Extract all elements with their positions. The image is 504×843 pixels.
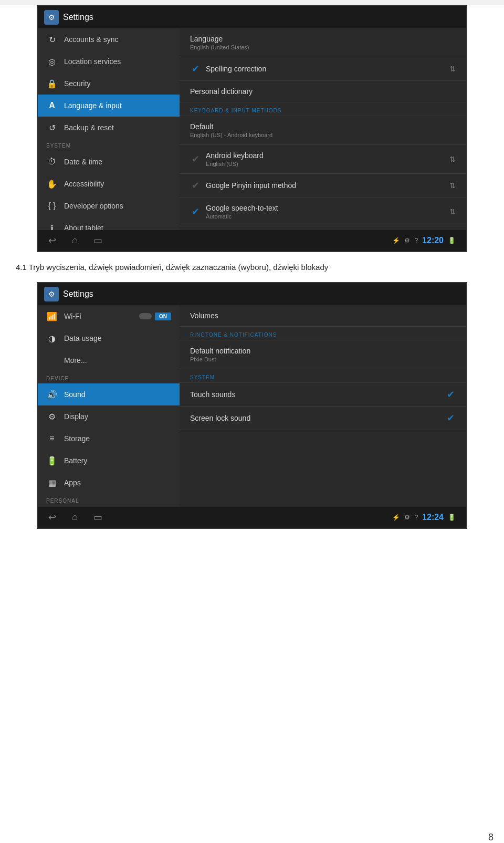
sidebar-item-accounts-sync[interactable]: ↻ Accounts & sync xyxy=(38,28,180,50)
language-icon: A xyxy=(46,100,58,111)
screen-lock-checkbox[interactable]: ✔ xyxy=(445,413,456,423)
caption-area: 4.1 Tryb wyciszenia, dźwięk powiadomień,… xyxy=(0,252,504,282)
pinyin-checkbox[interactable]: ✔ xyxy=(190,180,201,191)
spelling-checkbox[interactable]: ✔ xyxy=(190,64,201,74)
content-item-pinyin[interactable]: ✔ Google Pinyin input method ⇅ xyxy=(180,174,466,197)
settings-app-icon: ⚙ xyxy=(44,10,59,25)
screenshot-1: ⚙ Settings ↻ Accounts & sync ◎ Location … xyxy=(37,5,467,252)
main-content-1: ↻ Accounts & sync ◎ Location services 🔒 … xyxy=(38,28,466,230)
developer-icon: { } xyxy=(46,200,58,212)
android-keyboard-checkbox[interactable]: ✔ xyxy=(190,154,201,164)
sidebar-item-wifi[interactable]: 📶 Wi-Fi ON xyxy=(38,305,180,327)
content-item-default-notification[interactable]: Default notification Pixie Dust xyxy=(180,340,466,369)
display-icon: ⚙ xyxy=(46,411,58,422)
content-item-volumes[interactable]: Volumes xyxy=(180,305,466,327)
battery-sidebar-icon: 🔋 xyxy=(46,455,58,466)
system-section-label-2: SYSTEM xyxy=(180,369,466,383)
content-item-speech[interactable]: ✔ Google speech-to-text Automatic ⇅ xyxy=(180,197,466,226)
bottom-status-1: ⚡ ⚙ ? 12:20 🔋 xyxy=(392,236,456,245)
sidebar-item-storage[interactable]: ≡ Storage xyxy=(38,428,180,450)
pinyin-settings-icon[interactable]: ⇅ xyxy=(449,181,456,190)
help-icon: ? xyxy=(414,237,418,244)
recents-icon-2[interactable]: ▭ xyxy=(93,512,102,523)
back-icon[interactable]: ↩ xyxy=(48,235,56,246)
sidebar-item-data-usage[interactable]: ◑ Data usage xyxy=(38,327,180,349)
system-section-label: SYSTEM xyxy=(38,139,180,151)
apps-icon: ▦ xyxy=(46,477,58,488)
security-icon: 🔒 xyxy=(46,78,58,89)
about-icon: ℹ xyxy=(46,222,58,230)
caption-text: 4.1 Tryb wyciszenia, dźwięk powiadomień,… xyxy=(16,263,328,272)
data-usage-icon: ◑ xyxy=(46,332,58,344)
usb-icon: ⚡ xyxy=(392,237,400,244)
content-item-android-keyboard[interactable]: ✔ Android keyboard English (US) ⇅ xyxy=(180,145,466,174)
usb-icon-2: ⚡ xyxy=(392,514,400,521)
android-keyboard-settings-icon[interactable]: ⇅ xyxy=(449,155,456,163)
content-item-touch-sounds[interactable]: Touch sounds ✔ xyxy=(180,383,466,407)
location-icon: ◎ xyxy=(46,56,58,67)
keyboard-section-label: KEYBOARD & INPUT METHODS xyxy=(180,102,466,116)
help-icon-2: ? xyxy=(414,514,418,521)
sidebar-item-datetime[interactable]: ⏱ Date & time xyxy=(38,151,180,173)
sidebar-item-sound[interactable]: 🔊 Sound xyxy=(38,383,180,405)
bottombar-1: ↩ ⌂ ▭ ⚡ ⚙ ? 12:20 🔋 xyxy=(38,230,466,251)
accounts-sync-icon: ↻ xyxy=(46,34,58,45)
bottombar-2: ↩ ⌂ ▭ ⚡ ⚙ ? 12:24 🔋 xyxy=(38,507,466,528)
more-icon xyxy=(46,355,58,366)
back-icon-2[interactable]: ↩ xyxy=(48,512,56,523)
speech-settings-icon[interactable]: ⇅ xyxy=(449,207,456,216)
settings-status-icon-2: ⚙ xyxy=(404,514,410,521)
sidebar-item-battery[interactable]: 🔋 Battery xyxy=(38,450,180,472)
content-item-language[interactable]: Language English (United States) xyxy=(180,28,466,57)
touch-sounds-checkbox[interactable]: ✔ xyxy=(445,389,456,400)
content-item-default-keyboard[interactable]: Default English (US) - Android keyboard xyxy=(180,116,466,145)
recents-icon[interactable]: ▭ xyxy=(93,235,102,246)
sidebar-2: 📶 Wi-Fi ON ◑ Data usage More... DEVICE xyxy=(38,305,180,507)
time-display-2: 12:24 xyxy=(422,513,444,522)
speech-checkbox[interactable]: ✔ xyxy=(190,206,201,217)
bottom-nav-1: ↩ ⌂ ▭ xyxy=(48,235,102,246)
device-section-label: DEVICE xyxy=(38,371,180,383)
wifi-toggle[interactable]: ON xyxy=(139,313,171,320)
sidebar-item-language[interactable]: A Language & input xyxy=(38,95,180,117)
sidebar-item-accessibility[interactable]: ✋ Accessibility xyxy=(38,173,180,195)
settings-status-icon: ⚙ xyxy=(404,237,410,244)
sidebar-item-location[interactable]: ◎ Location services xyxy=(38,50,180,72)
sidebar-item-more[interactable]: More... xyxy=(38,349,180,371)
main-content-2: 📶 Wi-Fi ON ◑ Data usage More... DEVICE xyxy=(38,305,466,507)
sidebar-1: ↻ Accounts & sync ◎ Location services 🔒 … xyxy=(38,28,180,230)
backup-icon: ↺ xyxy=(46,122,58,133)
sidebar-item-security[interactable]: 🔒 Security xyxy=(38,72,180,95)
settings-app-icon-2: ⚙ xyxy=(44,287,59,301)
datetime-icon: ⏱ xyxy=(46,156,58,168)
accessibility-icon: ✋ xyxy=(46,178,58,190)
app-title-1: Settings xyxy=(63,13,93,22)
sidebar-item-apps[interactable]: ▦ Apps xyxy=(38,472,180,494)
ringtone-section-label: RINGTONE & NOTIFICATIONS xyxy=(180,327,466,340)
content-item-personal-dict[interactable]: Personal dictionary xyxy=(180,81,466,102)
wifi-icon: 📶 xyxy=(46,310,58,322)
battery-icon: 🔋 xyxy=(448,237,456,244)
bottom-status-2: ⚡ ⚙ ? 12:24 🔋 xyxy=(392,513,456,522)
home-icon[interactable]: ⌂ xyxy=(72,235,78,246)
content-panel-1: Language English (United States) ✔ Spell… xyxy=(180,28,466,230)
sidebar-item-about[interactable]: ℹ About tablet xyxy=(38,217,180,230)
content-item-screen-lock-sound[interactable]: Screen lock sound ✔ xyxy=(180,407,466,430)
sidebar-item-developer[interactable]: { } Developer options xyxy=(38,195,180,217)
page-number: 8 xyxy=(488,832,494,843)
battery-icon-2: 🔋 xyxy=(448,514,456,521)
sound-icon: 🔊 xyxy=(46,389,58,400)
app-title-2: Settings xyxy=(63,289,93,299)
storage-icon: ≡ xyxy=(46,433,58,444)
home-icon-2[interactable]: ⌂ xyxy=(72,512,78,523)
screenshot-2: ⚙ Settings 📶 Wi-Fi ON ◑ Data usa xyxy=(37,282,467,529)
content-panel-2: Volumes RINGTONE & NOTIFICATIONS Default… xyxy=(180,305,466,507)
sidebar-item-backup[interactable]: ↺ Backup & reset xyxy=(38,117,180,139)
personal-section-label: PERSONAL xyxy=(38,494,180,506)
sidebar-item-display[interactable]: ⚙ Display xyxy=(38,405,180,428)
content-item-spelling[interactable]: ✔ Spelling correction ⇅ xyxy=(180,57,466,81)
spelling-settings-icon[interactable]: ⇅ xyxy=(449,65,456,73)
topbar-2: ⚙ Settings xyxy=(38,283,466,305)
bottom-nav-2: ↩ ⌂ ▭ xyxy=(48,512,102,523)
time-display-1: 12:20 xyxy=(422,236,444,245)
